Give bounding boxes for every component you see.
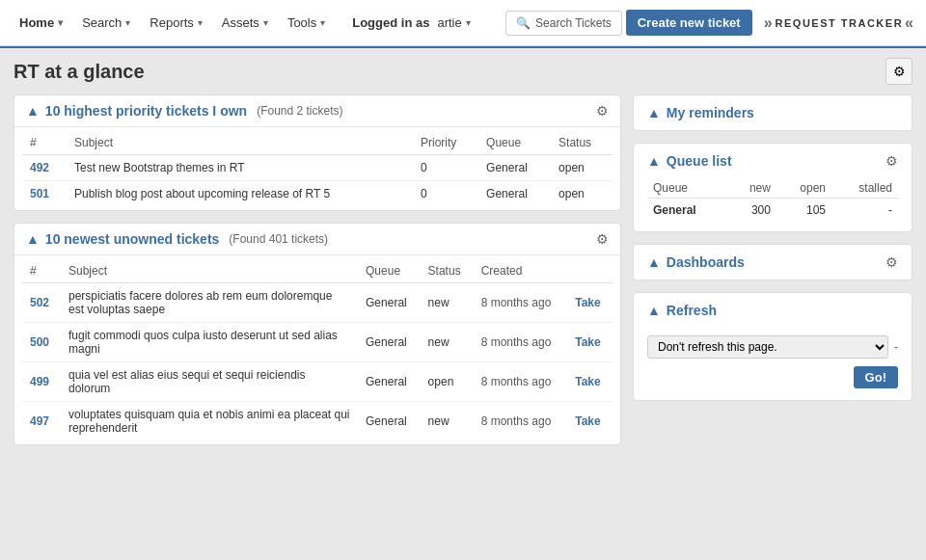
take-link[interactable]: Take xyxy=(575,335,600,349)
col-status: Status xyxy=(551,131,613,155)
create-ticket-label: Create new ticket xyxy=(638,15,741,30)
left-column: ▲ 10 highest priority tickets I own (Fou… xyxy=(14,94,621,445)
ucol-action xyxy=(567,259,613,283)
ticket-link[interactable]: 499 xyxy=(30,375,49,388)
priority-collapse-icon[interactable]: ▲ xyxy=(26,103,40,119)
search-chevron-icon: ▾ xyxy=(125,17,130,28)
ticket-id: 501 xyxy=(22,181,67,207)
refresh-go-button[interactable]: Go! xyxy=(854,366,898,388)
dashboards-collapse-icon[interactable]: ▲ xyxy=(647,254,661,270)
dashboards-header: ▲ Dashboards ⚙ xyxy=(634,245,912,280)
ticket-take: Take xyxy=(567,362,613,402)
nav-search-label: Search xyxy=(82,15,122,30)
queue-collapse-icon[interactable]: ▲ xyxy=(647,153,661,169)
unowned-gear-icon[interactable]: ⚙ xyxy=(596,231,609,247)
ticket-created: 8 months ago xyxy=(474,283,568,323)
priority-gear-icon[interactable]: ⚙ xyxy=(596,103,609,119)
create-ticket-button[interactable]: Create new ticket xyxy=(626,10,752,36)
refresh-select[interactable]: Don't refresh this page. xyxy=(647,335,888,359)
table-row: 501 Publish blog post about upcoming rel… xyxy=(22,181,613,207)
ticket-queue: General xyxy=(478,155,551,181)
queue-title-text: Queue list xyxy=(667,153,732,169)
ticket-take: Take xyxy=(567,402,613,441)
priority-table-wrapper: # Subject Priority Queue Status 492 Test… xyxy=(14,127,620,210)
ucol-created: Created xyxy=(474,259,568,283)
dashboards-gear-icon[interactable]: ⚙ xyxy=(885,254,898,270)
refresh-body: Don't refresh this page. - Go! xyxy=(634,328,912,400)
queue-table-header: Queue new open stalled xyxy=(647,178,898,199)
ticket-link[interactable]: 497 xyxy=(30,414,49,428)
ticket-created: 8 months ago xyxy=(474,323,568,362)
take-link[interactable]: Take xyxy=(575,296,600,309)
nav-reports[interactable]: Reports ▾ xyxy=(142,10,210,36)
nav-logged-in[interactable]: Logged in as artie ▾ xyxy=(344,10,477,36)
queue-panel: ▲ Queue list ⚙ Queue new open stalled xyxy=(633,143,912,232)
queue-stalled: - xyxy=(831,199,898,223)
ticket-priority: 0 xyxy=(413,181,478,207)
logged-in-prefix: Logged in as xyxy=(352,15,429,30)
ucol-queue: Queue xyxy=(358,259,421,283)
take-link[interactable]: Take xyxy=(575,414,600,428)
col-subject: Subject xyxy=(67,131,413,155)
ticket-created: 8 months ago xyxy=(474,402,568,441)
reminders-collapse-icon[interactable]: ▲ xyxy=(647,105,661,120)
nav-tools-label: Tools xyxy=(287,15,316,30)
take-link[interactable]: Take xyxy=(575,375,600,388)
ticket-id: 500 xyxy=(22,323,61,362)
ticket-created: 8 months ago xyxy=(474,362,568,402)
queue-new: 300 xyxy=(728,199,776,223)
refresh-title: ▲ Refresh xyxy=(647,303,717,318)
qcol-open: open xyxy=(776,178,831,199)
page-header: RT at a glance ⚙ xyxy=(14,58,912,85)
ticket-link[interactable]: 500 xyxy=(30,335,49,349)
logo-left-chevrons: » xyxy=(764,14,774,32)
list-item: General 300 105 - xyxy=(647,199,898,223)
ticket-queue: General xyxy=(358,402,421,441)
ticket-status: new xyxy=(421,402,474,441)
search-tickets-button[interactable]: 🔍 Search Tickets xyxy=(505,11,622,36)
nav-tools[interactable]: Tools ▾ xyxy=(280,10,333,36)
dashboards-title: ▲ Dashboards xyxy=(647,254,745,270)
refresh-title-text: Refresh xyxy=(667,303,717,318)
queue-title: ▲ Queue list xyxy=(647,153,732,169)
ticket-subject: quia vel est alias eius sequi et sequi r… xyxy=(61,362,358,402)
ucol-hash: # xyxy=(22,259,61,283)
page-title: RT at a glance xyxy=(14,61,145,83)
logo-right-chevrons: « xyxy=(905,14,914,32)
logo-text: REQUEST TRACKER xyxy=(776,17,904,29)
nav-reports-label: Reports xyxy=(150,15,194,30)
table-row: 499 quia vel est alias eius sequi et seq… xyxy=(22,362,613,402)
ticket-priority: 0 xyxy=(413,155,478,181)
unowned-collapse-icon[interactable]: ▲ xyxy=(26,231,40,247)
nav-search[interactable]: Search ▾ xyxy=(74,10,138,36)
nav-assets[interactable]: Assets ▾ xyxy=(214,10,276,36)
refresh-go-row: Go! xyxy=(647,366,898,388)
ticket-subject: fugit commodi quos culpa iusto deserunt … xyxy=(61,323,358,362)
col-priority: Priority xyxy=(413,131,478,155)
table-row: 500 fugit commodi quos culpa iusto deser… xyxy=(22,323,613,362)
ucol-subject: Subject xyxy=(61,259,358,283)
ticket-link[interactable]: 501 xyxy=(30,187,49,200)
dashboards-panel: ▲ Dashboards ⚙ xyxy=(633,244,912,280)
ticket-id: 497 xyxy=(22,402,61,441)
ticket-link[interactable]: 492 xyxy=(30,161,49,174)
search-small-icon: 🔍 xyxy=(516,16,531,30)
ticket-subject: perspiciatis facere dolores ab rem eum d… xyxy=(61,283,358,323)
page-settings-button[interactable]: ⚙ xyxy=(885,58,912,85)
refresh-collapse-icon[interactable]: ▲ xyxy=(647,303,661,318)
reminders-title-text: My reminders xyxy=(667,105,754,120)
ticket-subject: Publish blog post about upcoming release… xyxy=(67,181,413,207)
qcol-stalled: stalled xyxy=(831,178,898,199)
priority-table: # Subject Priority Queue Status 492 Test… xyxy=(22,131,613,206)
reminders-title: ▲ My reminders xyxy=(647,105,754,120)
nav-home[interactable]: Home ▾ xyxy=(12,10,70,36)
table-row: 502 perspiciatis facere dolores ab rem e… xyxy=(22,283,613,323)
ticket-subject: Test new Bootstrap themes in RT xyxy=(67,155,413,181)
refresh-dash: - xyxy=(894,340,898,354)
queue-gear-icon[interactable]: ⚙ xyxy=(885,153,898,169)
col-queue: Queue xyxy=(478,131,551,155)
home-chevron-icon: ▾ xyxy=(58,17,63,28)
priority-panel-header: ▲ 10 highest priority tickets I own (Fou… xyxy=(14,95,620,127)
ticket-link[interactable]: 502 xyxy=(30,296,49,309)
search-tickets-label: Search Tickets xyxy=(535,16,612,30)
